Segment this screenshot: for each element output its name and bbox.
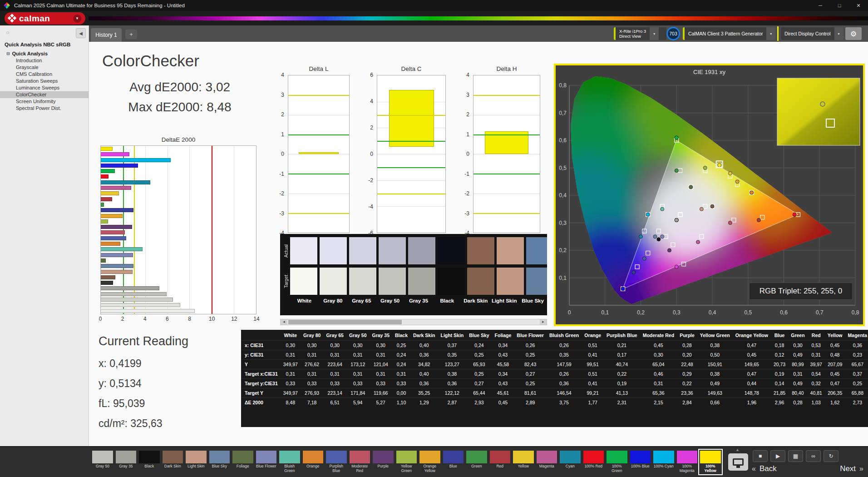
patch-black[interactable]: Black	[138, 450, 161, 474]
sidebar-item-grayscale[interactable]: Grayscale	[0, 64, 89, 71]
deltae-plot	[100, 145, 256, 314]
patch-blue-sky[interactable]: Blue Sky	[208, 450, 231, 474]
minimize-button[interactable]: ─	[811, 0, 830, 11]
col-header-light-skin: Light Skin	[438, 330, 466, 341]
logo-menu-caret-icon[interactable]: ▼	[73, 15, 81, 23]
meter-selector[interactable]: X-Rite i1Pro 3 Direct View ▼	[614, 27, 666, 40]
patch-moderate-red[interactable]: Moderate Red	[349, 450, 371, 474]
patch-yellow[interactable]: Yellow	[512, 450, 535, 474]
calman-logo-button[interactable]: calman ▼	[5, 12, 85, 25]
sidebar-item-cms-calibration[interactable]: CMS Calibration	[0, 71, 89, 78]
wizard-nav: « Back Next »	[752, 464, 863, 473]
table-cell: 0,27	[514, 369, 547, 379]
tree-root-quick-analysis[interactable]: ⊟ Quick Analysis	[0, 50, 89, 57]
actual-swatch-gray-65	[349, 237, 376, 264]
row-header-target-x-cie31: Target x:CIE31	[241, 369, 281, 379]
compare-label-white: White	[290, 298, 319, 303]
patch-100-yellow[interactable]: 100% Yellow	[699, 450, 722, 474]
back-button[interactable]: « Back	[752, 464, 777, 473]
table-cell: 149,63	[697, 388, 733, 398]
tree-expander-icon[interactable]: ⊟	[6, 51, 10, 56]
reference-line	[288, 213, 349, 214]
pattern-generator-dropdown-icon[interactable]: ▼	[766, 27, 775, 40]
patch-gray-50[interactable]: Gray 50	[91, 450, 114, 474]
deltae-x-tick: 4	[143, 316, 147, 322]
display-control-dropdown-icon[interactable]: ▼	[834, 27, 843, 40]
pattern-button[interactable]: ▦	[788, 450, 803, 462]
continuous-button[interactable]: ∞	[806, 450, 821, 462]
sidebar-item-screen-uniformity[interactable]: Screen Uniformity	[0, 98, 89, 105]
patch-foliage[interactable]: Foliage	[232, 450, 254, 474]
deltae-bar-cyan	[101, 180, 150, 184]
patch-purple[interactable]: Purple	[372, 450, 395, 474]
patch-100-green[interactable]: 100% Green	[606, 450, 628, 474]
next-button[interactable]: Next »	[840, 464, 863, 473]
display-preview-button[interactable]	[728, 453, 748, 471]
patch-dark-skin[interactable]: Dark Skin	[162, 450, 184, 474]
col-header-magenta: Magenta	[845, 330, 868, 341]
table-cell: 0,34	[492, 369, 514, 379]
close-button[interactable]: ✕	[849, 0, 868, 11]
sidebar-item-colorchecker[interactable]: ColorChecker	[0, 91, 89, 98]
settings-gear-icon[interactable]: ⚙	[845, 27, 862, 40]
patch-swatch-magenta	[537, 451, 557, 463]
avg-de2000-readout: Avg dE2000: 3,02	[100, 80, 259, 94]
patch-orange[interactable]: Orange	[302, 450, 325, 474]
patch-blue-flower[interactable]: Blue Flower	[255, 450, 278, 474]
reference-line	[288, 95, 349, 96]
patch-100-blue[interactable]: 100% Blue	[629, 450, 652, 474]
patch-100-red[interactable]: 100% Red	[582, 450, 605, 474]
play-button[interactable]: ▶	[770, 450, 785, 462]
compare-scroll-thumb[interactable]	[288, 320, 402, 324]
popup-caret-icon[interactable]: ▲	[735, 447, 740, 452]
sidebar-item-luminance-sweeps[interactable]: Luminance Sweeps	[0, 84, 89, 91]
current-reading-title: Current Reading	[99, 334, 188, 348]
delta-c-plot	[377, 75, 446, 233]
refresh-button[interactable]: ↻	[824, 450, 838, 462]
patch-cyan[interactable]: Cyan	[559, 450, 582, 474]
compare-scroll-track[interactable]	[287, 319, 540, 325]
patch-100-magenta[interactable]: 100% Magenta	[676, 450, 699, 474]
stop-button[interactable]: ■	[753, 450, 768, 462]
meter-dropdown-icon[interactable]: ▼	[650, 27, 659, 40]
patch-blue[interactable]: Blue	[442, 450, 465, 474]
patch-purplish-blue[interactable]: Purplish Blue	[325, 450, 348, 474]
patch-orange-yellow[interactable]: Orange Yellow	[419, 450, 441, 474]
patch-100-cyan[interactable]: 100% Cyan	[652, 450, 675, 474]
patch-swatch-blue-flower	[256, 451, 277, 463]
maximize-button[interactable]: □	[830, 0, 849, 11]
scroll-left-icon[interactable]: ◄	[281, 319, 287, 325]
reference-line	[473, 134, 540, 135]
sidebar-item-saturation-sweeps[interactable]: Saturation Sweeps	[0, 78, 89, 84]
cie-1931-panel[interactable]: 00,10,20,30,40,50,60,70,80,10,20,30,40,5…	[554, 64, 865, 326]
add-tab-button[interactable]: +	[125, 30, 137, 39]
patch-yellow-green[interactable]: Yellow Green	[395, 450, 418, 474]
patch-light-skin[interactable]: Light Skin	[185, 450, 207, 474]
sidebar-collapse-button[interactable]: ◀	[76, 28, 86, 38]
patch-label: Orange Yellow	[419, 464, 440, 473]
meter-count-badge[interactable]: 703	[666, 27, 680, 40]
target-swatch-gray-80	[320, 268, 347, 295]
display-control-selector[interactable]: Direct Display Control ▼	[781, 27, 843, 40]
workflow-menu-icon[interactable]: ○	[4, 29, 11, 36]
compare-scrollbar[interactable]: ◄ ►	[280, 319, 547, 325]
pattern-generator-selector[interactable]: CalMAN Client 3 Pattern Generator ▼	[683, 27, 775, 40]
patch-magenta[interactable]: Magenta	[536, 450, 558, 474]
col-header-orange-yellow: Orange Yellow	[733, 330, 771, 341]
table-cell: 65,36	[640, 388, 677, 398]
reference-line	[377, 115, 445, 116]
scroll-right-icon[interactable]: ►	[540, 319, 547, 325]
table-row-y: Y349,97276,62223,64173,12121,040,2434,82…	[241, 360, 868, 369]
patch-red[interactable]: Red	[489, 450, 512, 474]
bottom-bar: Gray 50Gray 35BlackDark SkinLight SkinBl…	[0, 446, 868, 477]
tab-history-1[interactable]: History 1	[91, 28, 122, 42]
table-cell: 40,81	[808, 388, 825, 398]
col-header-black: Black	[392, 330, 410, 341]
sidebar-item-spectral-power-dist-[interactable]: Spectral Power Dist.	[0, 105, 89, 112]
patch-swatch-blue	[443, 451, 464, 463]
patch-green[interactable]: Green	[465, 450, 488, 474]
patch-bluish-green[interactable]: Bluish Green	[278, 450, 301, 474]
patch-gray-35[interactable]: Gray 35	[115, 450, 138, 474]
sidebar-item-introduction[interactable]: Introduction	[0, 57, 89, 64]
title-bar: Calman 2025 Calman Ultimate for Business…	[0, 0, 868, 11]
